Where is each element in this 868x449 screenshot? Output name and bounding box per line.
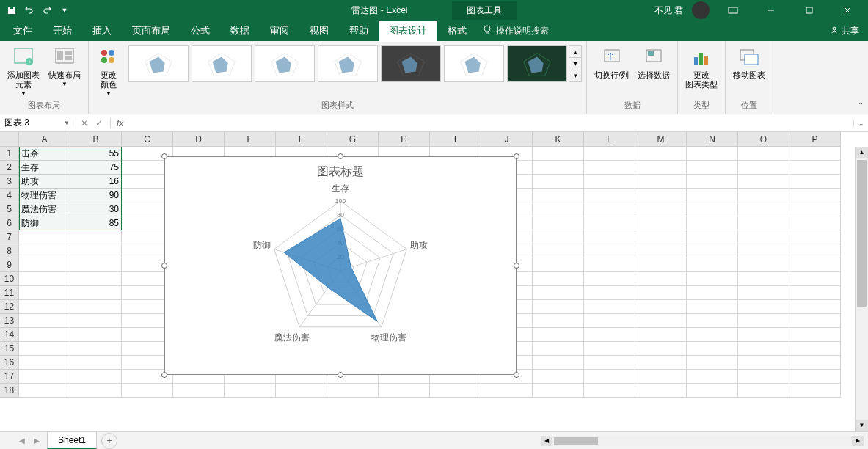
cell[interactable] xyxy=(789,286,841,300)
cell[interactable] xyxy=(70,272,122,286)
fx-label[interactable]: fx xyxy=(111,118,129,128)
cell[interactable] xyxy=(70,230,122,244)
cell[interactable] xyxy=(687,161,738,175)
cell[interactable] xyxy=(635,370,687,384)
cancel-formula-icon[interactable]: ✕ xyxy=(81,118,88,128)
column-header[interactable]: P xyxy=(789,132,841,147)
cell[interactable] xyxy=(533,258,584,272)
cell[interactable] xyxy=(738,328,789,342)
cell[interactable] xyxy=(584,244,635,258)
cell[interactable] xyxy=(584,216,635,230)
cell[interactable] xyxy=(173,384,225,398)
cell[interactable] xyxy=(738,342,789,356)
cell[interactable]: 55 xyxy=(70,147,122,161)
cell[interactable]: 75 xyxy=(70,161,122,175)
cell[interactable] xyxy=(789,216,841,230)
add-sheet-button[interactable]: + xyxy=(101,433,117,449)
cell[interactable] xyxy=(533,189,584,202)
cell[interactable] xyxy=(533,314,584,328)
cell[interactable] xyxy=(584,272,635,286)
cell[interactable] xyxy=(70,356,122,370)
change-colors-button[interactable]: 更改 颜色 ▼ xyxy=(93,44,124,98)
row-header[interactable]: 2 xyxy=(0,161,19,175)
cell[interactable] xyxy=(584,314,635,328)
cell[interactable] xyxy=(533,300,584,314)
cell[interactable] xyxy=(738,189,789,202)
column-header[interactable]: L xyxy=(584,132,635,147)
resize-handle-l[interactable] xyxy=(161,263,167,269)
cell[interactable] xyxy=(584,356,635,370)
sheet-nav-next-icon[interactable]: ▶ xyxy=(29,437,44,445)
row-header[interactable]: 11 xyxy=(0,286,19,300)
chart-style-4[interactable] xyxy=(318,45,378,82)
user-avatar[interactable] xyxy=(692,1,710,19)
column-header[interactable]: D xyxy=(173,132,225,147)
cell[interactable] xyxy=(533,286,584,300)
horizontal-scrollbar[interactable]: ◀ ▶ xyxy=(541,436,864,446)
cell[interactable] xyxy=(789,370,841,384)
row-header[interactable]: 13 xyxy=(0,314,19,328)
cell[interactable] xyxy=(19,300,70,314)
tab-format[interactable]: 格式 xyxy=(437,20,477,42)
chart-style-6[interactable] xyxy=(444,45,504,82)
scroll-left-icon[interactable]: ◀ xyxy=(541,436,552,446)
cell[interactable] xyxy=(738,161,789,175)
cell[interactable]: 击杀 xyxy=(19,147,70,161)
cell[interactable] xyxy=(687,314,738,328)
cell[interactable]: 物理伤害 xyxy=(19,189,70,202)
chart-object[interactable]: 图表标题 生存助攻物理伤害魔法伤害防御20406080100 xyxy=(164,156,517,375)
cell[interactable] xyxy=(789,244,841,258)
cell[interactable]: 生存 xyxy=(19,161,70,175)
row-header[interactable]: 8 xyxy=(0,244,19,258)
row-header[interactable]: 16 xyxy=(0,356,19,370)
cell[interactable] xyxy=(327,384,379,398)
cell[interactable]: 魔法伤害 xyxy=(19,202,70,216)
cell[interactable] xyxy=(635,202,687,216)
cell[interactable] xyxy=(276,384,327,398)
row-header[interactable]: 3 xyxy=(0,175,19,189)
ribbon-options-icon[interactable] xyxy=(718,0,748,21)
cell[interactable] xyxy=(19,356,70,370)
resize-handle-t[interactable] xyxy=(338,153,343,159)
cell[interactable] xyxy=(635,314,687,328)
column-header[interactable]: H xyxy=(379,132,430,147)
scroll-up-icon[interactable]: ▲ xyxy=(856,147,868,158)
collapse-ribbon-icon[interactable]: ⌃ xyxy=(858,101,864,109)
gallery-down-icon[interactable]: ▼ xyxy=(569,58,581,70)
cell[interactable] xyxy=(584,202,635,216)
radar-chart[interactable]: 生存助攻物理伤害魔法伤害防御20406080100 xyxy=(194,183,487,366)
cell[interactable] xyxy=(635,216,687,230)
tell-me-search[interactable]: 操作说明搜索 xyxy=(483,25,549,37)
enter-formula-icon[interactable]: ✓ xyxy=(95,118,103,128)
cell[interactable] xyxy=(379,384,430,398)
row-header[interactable]: 17 xyxy=(0,370,19,384)
cell[interactable] xyxy=(584,300,635,314)
cell[interactable] xyxy=(19,272,70,286)
cell[interactable] xyxy=(635,384,687,398)
cell[interactable] xyxy=(70,370,122,384)
save-icon[interactable] xyxy=(6,4,18,16)
tab-view[interactable]: 视图 xyxy=(299,20,339,42)
cell[interactable] xyxy=(635,356,687,370)
cell[interactable] xyxy=(533,244,584,258)
cell[interactable] xyxy=(19,328,70,342)
cell[interactable] xyxy=(70,258,122,272)
row-header[interactable]: 15 xyxy=(0,342,19,356)
cell[interactable] xyxy=(481,384,533,398)
cell[interactable] xyxy=(635,272,687,286)
cell[interactable] xyxy=(687,147,738,161)
cell[interactable] xyxy=(635,258,687,272)
tab-review[interactable]: 审阅 xyxy=(260,20,299,42)
change-chart-type-button[interactable]: 更改 图表类型 xyxy=(682,44,721,91)
cell[interactable] xyxy=(789,356,841,370)
cell[interactable] xyxy=(533,356,584,370)
undo-icon[interactable] xyxy=(23,4,35,16)
chart-style-3[interactable] xyxy=(255,45,315,82)
cell[interactable] xyxy=(687,300,738,314)
resize-handle-b[interactable] xyxy=(338,372,343,378)
name-box-dropdown-icon[interactable]: ▼ xyxy=(64,120,70,126)
cell[interactable] xyxy=(70,300,122,314)
cell[interactable]: 90 xyxy=(70,189,122,202)
column-header[interactable]: K xyxy=(533,132,584,147)
cell[interactable] xyxy=(738,300,789,314)
